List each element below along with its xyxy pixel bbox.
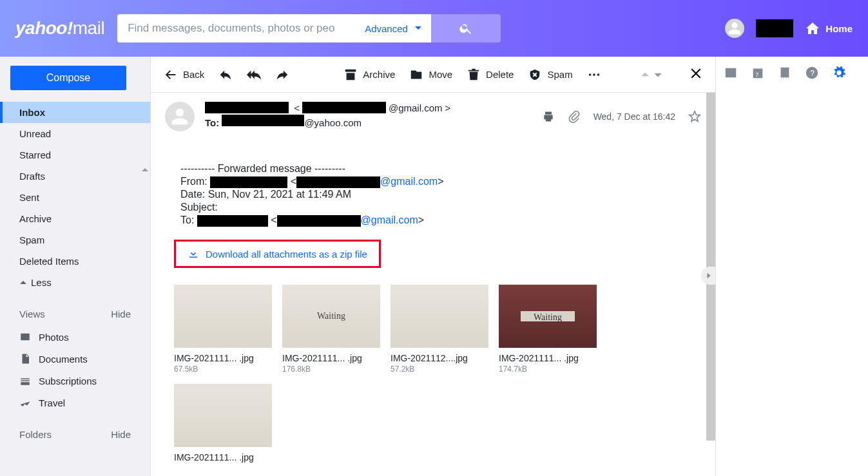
close-icon [690, 67, 702, 80]
to-redacted [222, 115, 304, 126]
spam-button[interactable]: Spam [528, 68, 572, 82]
archive-icon [343, 68, 358, 82]
download-all-link[interactable]: Download all attachments as a zip file [174, 240, 381, 268]
chevron-up-icon [19, 279, 27, 287]
print-icon[interactable] [542, 110, 555, 123]
reply-icon [218, 68, 233, 82]
home-icon [805, 21, 820, 36]
contacts-icon[interactable] [724, 66, 738, 80]
reply-all-icon [247, 68, 261, 82]
sidebar: Compose Inbox Unread Starred Drafts Sent… [0, 57, 151, 476]
from-line: <@gmail.com> [205, 102, 532, 113]
reply-all-button[interactable] [247, 68, 261, 82]
settings-icon[interactable] [832, 66, 846, 80]
search-button[interactable] [431, 14, 501, 43]
compose-button[interactable]: Compose [10, 66, 126, 90]
more-icon [587, 68, 601, 82]
svg-point-2 [597, 73, 599, 76]
view-documents[interactable]: Documents [0, 348, 150, 370]
next-message-icon[interactable] [653, 70, 662, 79]
profile-avatar[interactable] [725, 19, 744, 38]
trash-icon [467, 68, 481, 82]
notepad-icon[interactable] [778, 66, 792, 80]
person-icon [170, 107, 189, 126]
folder-deleted[interactable]: Deleted Items [0, 251, 150, 272]
message-timestamp: Wed, 7 Dec at 16:42 [593, 111, 675, 122]
attachment-item[interactable]: Waiting IMG-2021111... .jpg 176.8kB [282, 285, 380, 374]
home-link[interactable]: Home [805, 21, 853, 36]
shield-spam-icon [528, 68, 542, 82]
advanced-search-toggle[interactable]: Advanced [356, 14, 431, 43]
views-header: Views Hide [0, 302, 150, 326]
attachment-item[interactable]: IMG-2021111... .jpg 67.5kB [174, 285, 272, 374]
view-travel[interactable]: Travel [0, 392, 150, 414]
chevron-down-icon [414, 24, 422, 32]
attachment-item[interactable]: IMG-2021111... .jpg [174, 384, 272, 464]
sender-avatar [165, 102, 195, 131]
folder-starred[interactable]: Starred [0, 144, 150, 166]
folder-list: Inbox Unread Starred Drafts Sent Archive… [0, 102, 150, 293]
folder-inbox[interactable]: Inbox [0, 102, 150, 123]
folder-unread[interactable]: Unread [0, 123, 150, 144]
svg-text:?: ? [810, 69, 815, 78]
right-panel: 7 ? [716, 57, 868, 476]
star-icon[interactable] [688, 110, 701, 123]
photos-icon [19, 331, 31, 343]
folder-spam[interactable]: Spam [0, 229, 150, 251]
back-arrow-icon [164, 68, 178, 82]
to-line: To: @yahoo.com [205, 115, 532, 128]
svg-point-0 [588, 73, 591, 76]
message-toolbar: Back Archive Move Delete Spam [151, 57, 715, 93]
forward-button[interactable] [275, 68, 289, 82]
chevron-right-icon [706, 272, 712, 279]
folders-hide-toggle[interactable]: Hide [111, 429, 131, 440]
more-button[interactable] [587, 68, 601, 82]
search-input[interactable] [117, 14, 356, 43]
attachment-icon[interactable] [568, 110, 581, 123]
fwd-from-email-redacted [296, 176, 380, 188]
message-content: <@gmail.com> To: @yahoo.com Wed, 7 Dec a… [151, 93, 715, 476]
travel-icon [19, 397, 31, 408]
svg-text:7: 7 [755, 71, 758, 78]
back-button[interactable]: Back [164, 68, 204, 82]
attachments-grid: IMG-2021111... .jpg 67.5kB Waiting IMG-2… [174, 285, 701, 464]
yahoo-logo[interactable]: yahoo!mail [15, 18, 104, 39]
folder-drafts[interactable]: Drafts [0, 166, 150, 187]
help-icon[interactable]: ? [805, 66, 819, 80]
scroll-up-caret[interactable] [141, 166, 149, 174]
reply-button[interactable] [218, 68, 233, 82]
fwd-to-email-redacted [277, 215, 361, 227]
search-icon [459, 21, 473, 35]
folder-archive[interactable]: Archive [0, 208, 150, 229]
subscriptions-icon [19, 375, 31, 386]
header-right: Home [725, 19, 853, 38]
attachment-item[interactable]: IMG-2021112....jpg 57.2kB [391, 285, 488, 374]
next-pane-button[interactable] [701, 267, 716, 285]
delete-button[interactable]: Delete [467, 68, 514, 82]
search-bar: Advanced [117, 14, 501, 43]
fwd-from-name-redacted [210, 176, 287, 188]
attachment-item[interactable]: Waiting IMG-2021111... .jpg 174.7kB [499, 285, 597, 374]
move-icon [409, 68, 423, 82]
folder-less[interactable]: Less [0, 272, 150, 293]
folders-section-header: Folders Hide [0, 423, 150, 446]
sender-email-redacted [302, 102, 386, 113]
forward-icon [275, 68, 289, 82]
calendar-icon[interactable]: 7 [751, 66, 765, 80]
folder-sent[interactable]: Sent [0, 187, 150, 208]
download-icon [188, 248, 199, 260]
prev-message-icon[interactable] [641, 70, 650, 79]
archive-button[interactable]: Archive [343, 68, 395, 82]
fwd-to-name-redacted [197, 215, 268, 227]
view-photos[interactable]: Photos [0, 326, 150, 348]
app-header: yahoo!mail Advanced Home [0, 0, 868, 57]
svg-point-1 [593, 73, 595, 76]
close-button[interactable] [690, 64, 702, 84]
view-subscriptions[interactable]: Subscriptions [0, 370, 150, 392]
message-body: ---------- Forwarded message --------- F… [180, 162, 701, 227]
views-hide-toggle[interactable]: Hide [111, 309, 131, 319]
move-button[interactable]: Move [409, 68, 452, 82]
message-pane: Back Archive Move Delete Spam [151, 57, 716, 476]
sender-name-redacted [205, 102, 289, 113]
username-redacted [756, 19, 793, 37]
